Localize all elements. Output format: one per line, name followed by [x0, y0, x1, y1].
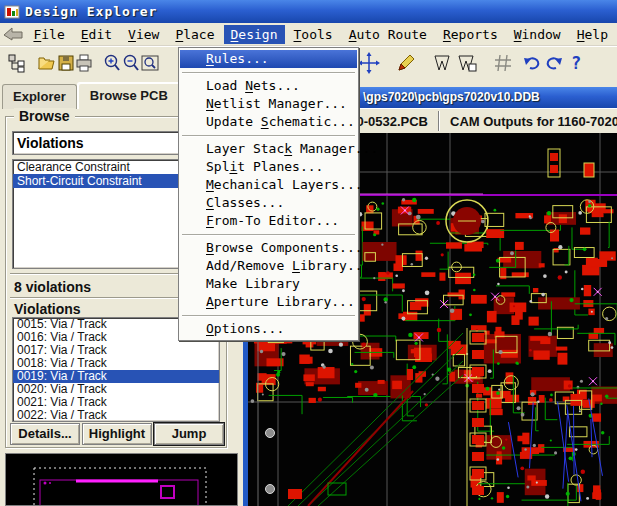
jump-button[interactable]: Jump — [154, 423, 224, 445]
svg-text:?: ? — [571, 53, 581, 73]
board-minimap[interactable] — [5, 453, 238, 506]
highlight-button[interactable]: Highlight — [82, 423, 152, 445]
violation-count-label: 8 violations — [14, 279, 91, 295]
panel-tabs: Explorer Browse PCB — [2, 82, 181, 109]
browse-group-label: Browse — [14, 108, 75, 124]
app-icon — [4, 4, 20, 20]
tab-browse-pcb[interactable]: Browse PCB — [77, 82, 181, 109]
details-button[interactable]: Details... — [10, 423, 80, 445]
system-menu-icon[interactable] — [0, 27, 26, 41]
titlebar: Design Explorer — [0, 0, 617, 23]
menu-item-make-library[interactable]: Make Library — [180, 275, 357, 293]
menu-item-layer-stack-manager[interactable]: Layer Stack Manager... — [180, 140, 357, 158]
menu-tools[interactable]: Tools — [287, 25, 340, 44]
menu-item-netlist-manager[interactable]: Netlist Manager... — [180, 95, 357, 113]
menu-item-browse-components[interactable]: Browse Components... — [180, 239, 357, 257]
menu-item-split-planes[interactable]: Split Planes... — [180, 158, 357, 176]
design-hierarchy-icon[interactable] — [6, 51, 28, 75]
tab-explorer[interactable]: Explorer — [2, 84, 77, 109]
zoom-window-icon[interactable] — [139, 51, 161, 75]
menu-item-aperture-library[interactable]: Aperture Library... — [180, 293, 357, 311]
menu-separator — [180, 131, 357, 140]
menu-window[interactable]: Window — [507, 25, 568, 44]
menu-design[interactable]: Design — [224, 25, 285, 44]
menu-item-from-to-editor[interactable]: From-To Editor... — [180, 212, 357, 230]
move-cross-icon[interactable] — [358, 51, 380, 75]
polygon-icon[interactable] — [431, 51, 453, 75]
design-explorer-window: Design Explorer File Edit View Place Des… — [0, 0, 617, 506]
menu-item-classes[interactable]: Classes... — [180, 194, 357, 212]
menu-separator — [180, 311, 357, 320]
polygon-edit-icon[interactable] — [456, 51, 478, 75]
menu-reports[interactable]: Reports — [436, 25, 505, 44]
violation-row[interactable]: 0022: Via / Track — [13, 409, 219, 422]
menu-separator — [180, 230, 357, 239]
undo-icon[interactable] — [521, 51, 543, 75]
help-icon[interactable]: ? — [565, 51, 587, 75]
menu-help[interactable]: Help — [570, 25, 615, 44]
window-title: Design Explorer — [25, 4, 157, 19]
menu-item-update-schematic[interactable]: Update Schematic... — [180, 113, 357, 131]
menu-file[interactable]: File — [26, 25, 71, 44]
menu-item-options[interactable]: Options... — [180, 320, 357, 338]
menu-auto-route[interactable]: Auto Route — [342, 25, 434, 44]
menu-view[interactable]: View — [121, 25, 166, 44]
tab-cam-outputs[interactable]: CAM Outputs for 1160-7020 — [440, 114, 617, 129]
menu-item-mechanical-layers[interactable]: Mechanical Layers... — [180, 176, 357, 194]
menu-item-load-nets[interactable]: Load Nets... — [180, 77, 357, 95]
violation-buttons: Details... Highlight Jump — [10, 423, 224, 445]
print-icon[interactable] — [73, 51, 95, 75]
menu-separator — [180, 68, 357, 77]
violations-section-label: Violations — [14, 301, 81, 317]
minimap-preview — [6, 454, 237, 505]
menu-place[interactable]: Place — [168, 25, 221, 44]
menu-item-rules[interactable]: Rules... — [180, 50, 357, 68]
grid-toggle-icon[interactable] — [492, 51, 514, 75]
redo-icon[interactable] — [543, 51, 565, 75]
edit-pencil-icon[interactable] — [394, 51, 416, 75]
menu-edit[interactable]: Edit — [74, 25, 119, 44]
menubar: File Edit View Place Design Tools Auto R… — [0, 23, 617, 46]
menu-item-add-remove-library[interactable]: Add/Remove Library... — [180, 257, 357, 275]
design-dropdown-menu: Rules... Load Nets... Netlist Manager...… — [178, 47, 359, 341]
